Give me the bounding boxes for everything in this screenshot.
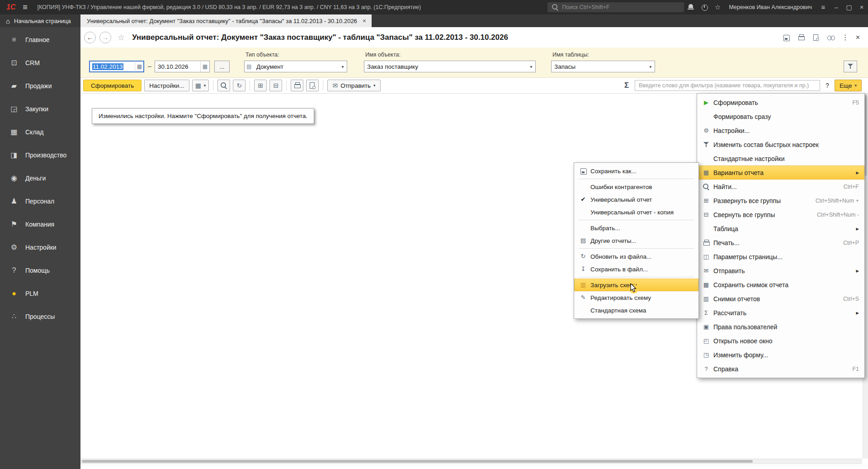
close-window-button[interactable]: ×: [855, 4, 868, 11]
sidebar-item[interactable]: ⚑ Компания: [0, 213, 80, 236]
menu-item[interactable]: Найти... Ctrl+F: [697, 180, 864, 194]
more-button[interactable]: Еще ▾: [835, 80, 862, 91]
expand-groups-icon: ⊞: [701, 197, 712, 204]
sidebar-item[interactable]: ≡ Главное: [0, 28, 80, 51]
favorites-star-icon[interactable]: ☆: [711, 4, 725, 11]
menu-item[interactable]: ▤ Другие отчеты...: [574, 234, 698, 247]
print-icon[interactable]: [797, 34, 805, 41]
menu-item[interactable]: ◳ Изменить форму...: [697, 348, 864, 362]
sidebar-item[interactable]: ⚙ Настройки: [0, 236, 80, 259]
menu-item[interactable]: ▶ Сформировать F5: [697, 95, 864, 109]
history-clock-icon[interactable]: [698, 4, 711, 11]
filter-funnel-button[interactable]: [844, 61, 857, 72]
menu-item[interactable]: Универсальный отчет - копия: [574, 206, 698, 218]
menu-item[interactable]: Стандартная схема: [574, 304, 698, 317]
menu-item[interactable]: Выбрать...: [574, 222, 698, 234]
expand-groups-button[interactable]: ⊞: [254, 80, 267, 91]
favorite-star-icon[interactable]: ☆: [118, 33, 125, 43]
sidebar-item[interactable]: ● PLM: [0, 282, 80, 305]
sidebar-item[interactable]: ♟ Персонал: [0, 189, 80, 213]
send-button[interactable]: ✉ Отправить ▾: [327, 80, 380, 91]
menu-item[interactable]: ◰ Открыть новое окно: [697, 334, 864, 348]
date-to-field[interactable]: 30.10.2026 ▦: [155, 61, 210, 72]
sidebar-item[interactable]: ⊡ CRM: [0, 51, 80, 74]
tab-close-icon[interactable]: ×: [363, 17, 366, 24]
menu-item[interactable]: ↻ Обновить из файла...: [574, 250, 698, 263]
global-search-input[interactable]: Поиск Ctrl+Shift+F: [547, 2, 684, 12]
menu-item[interactable]: Таблица: [697, 222, 864, 236]
back-button[interactable]: ←: [84, 32, 96, 43]
menu-item-icon: [578, 208, 589, 216]
menu-item[interactable]: ▦ Варианты отчета: [697, 166, 864, 180]
tab-universal-report[interactable]: Универсальный отчет: Документ "Заказ пос…: [80, 14, 372, 27]
forward-button[interactable]: →: [99, 32, 111, 43]
menu-item[interactable]: ◫ Параметры страницы...: [697, 250, 864, 264]
date-from-field[interactable]: 11.02.2013 ▦: [89, 61, 144, 72]
dropdown-arrow-icon[interactable]: ▾: [339, 64, 347, 69]
more-vertical-icon[interactable]: ⋮: [842, 33, 849, 42]
sidebar-item[interactable]: ▦ Склад: [0, 120, 80, 143]
print-button[interactable]: [291, 80, 303, 91]
user-rights-icon: ▣: [701, 323, 712, 331]
menu-item[interactable]: Σ Рассчитать: [697, 306, 864, 320]
menu-item[interactable]: Сохранить как...: [574, 165, 698, 177]
menu-item[interactable]: Изменить состав быстрых настроек: [697, 137, 864, 152]
period-options-button[interactable]: ...: [214, 61, 230, 72]
settings-button[interactable]: Настройки...: [144, 80, 189, 91]
table-name-select[interactable]: Запасы ▾: [551, 61, 655, 72]
tab-home[interactable]: ⌂ Начальная страница: [0, 14, 80, 27]
menu-item[interactable]: ▣ Права пользователей: [697, 320, 864, 334]
horizontal-scrollbar-thumb[interactable]: [82, 460, 753, 463]
get-link-icon[interactable]: [827, 34, 835, 41]
menu-item[interactable]: Ошибки контрагентов: [574, 180, 698, 193]
quick-settings-filter-icon: [701, 141, 712, 148]
save-icon[interactable]: [782, 34, 790, 41]
sidebar-item[interactable]: ◲ Закупки: [0, 97, 80, 120]
sidebar-item[interactable]: ∴ Процессы: [0, 305, 80, 328]
search-icon: [220, 82, 228, 89]
menu-item[interactable]: Формировать сразу: [697, 109, 864, 123]
date-from-value: 11.02.2013: [92, 63, 123, 70]
menu-item[interactable]: ⊞ Развернуть все группы Ctrl+Shift+Num +: [697, 194, 864, 208]
menu-item[interactable]: ▥ Снимки отчетов Ctrl+S: [697, 292, 864, 306]
report-variants-button[interactable]: ▦ ▾: [192, 80, 209, 91]
menu-item[interactable]: ? Справка F1: [697, 362, 864, 376]
collapse-groups-button[interactable]: ⊟: [269, 80, 282, 91]
horizontal-scrollbar[interactable]: [80, 459, 862, 464]
menu-item[interactable]: Печать... Ctrl+P: [697, 236, 864, 250]
menu-item[interactable]: ⊟ Свернуть все группы Ctrl+Shift+Num -: [697, 208, 864, 222]
object-type-select[interactable]: ▤ Документ ▾: [244, 61, 347, 72]
sidebar-item[interactable]: ? Помощь: [0, 259, 80, 282]
menu-item[interactable]: ✉ Отправить: [697, 264, 864, 278]
menu-item[interactable]: ✔ Универсальный отчет: [574, 193, 698, 206]
dropdown-arrow-icon[interactable]: ▾: [646, 64, 655, 69]
notifications-bell-icon[interactable]: [684, 4, 698, 11]
close-report-icon[interactable]: ×: [856, 33, 860, 42]
find-button[interactable]: [217, 80, 230, 91]
help-button[interactable]: ?: [824, 82, 831, 89]
service-menu-icon[interactable]: ≡: [816, 4, 830, 11]
totals-sigma-icon[interactable]: Σ: [622, 81, 631, 90]
menu-item[interactable]: ↧ Сохранить в файл...: [574, 263, 698, 275]
sidebar-item[interactable]: ◉ Деньги: [0, 166, 80, 189]
quick-filter-input[interactable]: Введите слово для фильтра (название това…: [635, 80, 820, 91]
menu-item[interactable]: ⚙ Настройки...: [697, 123, 864, 137]
current-user-name[interactable]: Меренков Иван Александрович: [729, 4, 812, 10]
menu-item[interactable]: ✎ Редактировать схему: [574, 291, 698, 304]
menu-item[interactable]: ▩ Сохранить снимок отчета: [697, 278, 864, 292]
generate-button[interactable]: Сформировать: [83, 80, 142, 91]
print-preview-icon[interactable]: [812, 34, 820, 41]
calendar-icon[interactable]: ▦: [200, 61, 209, 72]
menu-item[interactable]: Стандартные настройки: [697, 152, 864, 166]
repeat-search-button[interactable]: ↻: [233, 80, 245, 91]
object-name-select[interactable]: Заказ поставщику ▾: [364, 61, 536, 72]
plm-section-icon: ●: [9, 289, 19, 298]
sidebar-item[interactable]: ▰ Продажи: [0, 74, 80, 97]
main-menu-hamburger-icon[interactable]: ≡: [20, 3, 30, 12]
maximize-button[interactable]: ▢: [843, 4, 855, 11]
calendar-icon[interactable]: ▦: [135, 61, 144, 72]
minimize-button[interactable]: –: [830, 4, 843, 11]
sidebar-item[interactable]: ◨ Производство: [0, 143, 80, 166]
print-preview-button[interactable]: [306, 80, 319, 91]
dropdown-arrow-icon[interactable]: ▾: [527, 64, 535, 69]
